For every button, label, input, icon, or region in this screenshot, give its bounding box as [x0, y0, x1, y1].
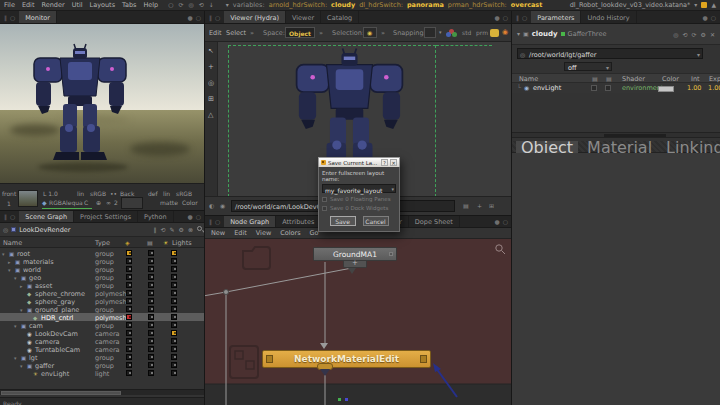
- node-output-port[interactable]: [348, 268, 356, 274]
- exposure-control[interactable]: L 1.0: [43, 191, 58, 197]
- lights-flag[interactable]: [171, 266, 177, 272]
- pane-close-icon[interactable]: ○: [503, 14, 508, 21]
- cancel-button[interactable]: Cancel: [363, 216, 389, 226]
- scenegraph-row-TurntableCam[interactable]: ◉TurntableCamcamera: [0, 345, 205, 353]
- scenegraph-row-gaffer[interactable]: ▾▣gaffergroup: [0, 361, 205, 369]
- render-column-icon[interactable]: ◈: [125, 240, 130, 246]
- undo-icon[interactable]: ⟲: [161, 226, 166, 233]
- scenegraph-row-HDR_cntrl[interactable]: ◆HDR_cntrlpolymesh: [0, 313, 205, 321]
- pane-split-icon[interactable]: ●: [188, 213, 193, 220]
- rotate-tool-icon[interactable]: ◎: [208, 80, 214, 87]
- matte-dropdown[interactable]: matte: [160, 200, 178, 206]
- scenegraph-row-ground_plane[interactable]: ▾▣ground_planegroup: [0, 305, 205, 313]
- column-name[interactable]: Name: [3, 240, 22, 247]
- render-node-name[interactable]: LookDevRender: [19, 226, 70, 234]
- color-dropdown[interactable]: Color: [182, 200, 198, 206]
- variable-value[interactable]: panorama: [407, 1, 444, 9]
- monitor-viewport[interactable]: [0, 24, 205, 183]
- lights-flag[interactable]: [171, 322, 177, 328]
- loop-icon[interactable]: ∞: [106, 200, 111, 206]
- column-lights[interactable]: Lights: [172, 240, 192, 247]
- pane-close-icon[interactable]: ○: [711, 14, 716, 21]
- render-flag[interactable]: [126, 306, 132, 312]
- pane-split-icon[interactable]: ●: [188, 14, 193, 21]
- tab-linking[interactable]: Linking: [661, 141, 720, 153]
- display-mode-icon[interactable]: ▤: [463, 203, 469, 209]
- pane-split-icon[interactable]: ●: [703, 14, 708, 21]
- menu-file[interactable]: File: [4, 1, 15, 9]
- pane-close-icon[interactable]: ○: [196, 213, 201, 220]
- light-name[interactable]: envLight: [533, 85, 561, 92]
- pane-menu-icon[interactable]: ○: [10, 213, 15, 220]
- camera-icon[interactable]: ◉: [220, 203, 225, 209]
- tab-python[interactable]: Python: [138, 211, 174, 222]
- variable-name[interactable]: prman_hdrSwitch:: [448, 1, 507, 9]
- caret-down-icon[interactable]: ▾: [439, 30, 442, 35]
- menu-tabs[interactable]: Tabs: [122, 1, 136, 9]
- tab-attributes[interactable]: Attributes: [276, 216, 321, 227]
- mute-checkbox[interactable]: [591, 85, 597, 91]
- node-left-port[interactable]: [266, 355, 273, 363]
- edited-node-name[interactable]: cloudy: [532, 30, 558, 38]
- scenegraph-row-sphere_gray[interactable]: ◆sphere_graypolymesh: [0, 297, 205, 305]
- scenegraph-row-root[interactable]: ▾▣rootgroup: [0, 249, 205, 257]
- pane-handle-icon[interactable]: ∥: [209, 218, 212, 225]
- caret-down-icon[interactable]: ▾: [226, 2, 229, 8]
- render-flag[interactable]: [126, 258, 132, 264]
- lights-flag[interactable]: [171, 362, 177, 368]
- tab-node-graph[interactable]: Node Graph: [224, 216, 276, 227]
- column-type[interactable]: Type: [95, 240, 110, 247]
- lights-flag[interactable]: [171, 346, 177, 352]
- proxy-flag[interactable]: [148, 346, 154, 352]
- tab-viewer-hydra-[interactable]: Viewer (Hydra): [224, 11, 286, 23]
- compare-icon[interactable]: ⊕: [96, 200, 101, 206]
- tab-viewer[interactable]: Viewer: [286, 11, 321, 23]
- lights-flag[interactable]: [171, 274, 177, 280]
- lights-flag[interactable]: [171, 338, 177, 344]
- tab-project-settings[interactable]: Project Settings: [74, 211, 138, 222]
- variable-name[interactable]: dl_hdrSwitch:: [359, 1, 403, 9]
- channel-c-dropdown[interactable]: C: [84, 200, 88, 206]
- refresh-icon[interactable]: ⟳: [179, 2, 184, 8]
- channel-dropdown[interactable]: RGBAlequa: [49, 200, 83, 206]
- lights-flag[interactable]: [171, 330, 177, 336]
- pane-split-icon[interactable]: ●: [495, 218, 500, 225]
- caret-down-icon[interactable]: ▾: [697, 52, 700, 58]
- proxy-flag[interactable]: [148, 370, 154, 376]
- lights-flag[interactable]: [171, 370, 177, 376]
- lights-flag[interactable]: [171, 282, 177, 288]
- scenegraph-row-geo[interactable]: ▾▣geogroup: [0, 273, 205, 281]
- menu-edit[interactable]: Edit: [22, 1, 35, 9]
- variable-value[interactable]: overcast: [511, 1, 543, 9]
- lin-dropdown[interactable]: lin: [77, 191, 84, 197]
- node-right-port[interactable]: [420, 355, 427, 363]
- proxy-flag[interactable]: [148, 282, 154, 288]
- scenegraph-row-lgt[interactable]: ▾▣lgtgroup: [0, 353, 205, 361]
- pane-menu-icon[interactable]: ○: [215, 14, 220, 21]
- proxy-flag[interactable]: [148, 314, 154, 320]
- ng-menu-edit[interactable]: Edit: [234, 229, 247, 237]
- lights-flag[interactable]: [171, 354, 177, 360]
- lights-flag[interactable]: [171, 306, 177, 312]
- render-flag[interactable]: [126, 322, 132, 328]
- select-tool-icon[interactable]: ↖: [208, 48, 214, 55]
- redo-icon[interactable]: ⟳: [692, 31, 697, 38]
- ng-menu-colors[interactable]: Colors: [280, 229, 300, 237]
- gaffer-root-path-field[interactable]: ◎ /root/world/lgt/gaffer ▾: [517, 48, 703, 59]
- download-icon[interactable]: ↓: [209, 2, 214, 8]
- def-dropdown[interactable]: def: [148, 191, 158, 197]
- working-set-icon[interactable]: ◎: [3, 227, 8, 233]
- caret-down-icon[interactable]: ▾: [694, 2, 697, 8]
- render-flag[interactable]: [126, 354, 132, 360]
- scenegraph-row-sphere_chrome[interactable]: ◆sphere_chromepolymesh: [0, 289, 205, 297]
- scenegraph-row-envLight[interactable]: ☀envLightlight: [0, 369, 205, 377]
- sync-selection-dropdown[interactable]: off ▾: [564, 62, 612, 71]
- dialog-titlebar[interactable]: Save Current La... ? ✕: [318, 157, 400, 167]
- node-networkmaterialedit[interactable]: NetworkMaterialEdit: [262, 350, 431, 368]
- checkbox-icon[interactable]: [322, 206, 327, 211]
- project-filename[interactable]: dl_Robot_lookdev_v03_video.katana*: [570, 1, 691, 9]
- pencil-icon[interactable]: ✎: [170, 226, 175, 233]
- menu-util[interactable]: Util: [72, 1, 83, 9]
- proxy-flag[interactable]: [148, 274, 154, 280]
- collapse-icon[interactable]: ▾: [517, 31, 520, 37]
